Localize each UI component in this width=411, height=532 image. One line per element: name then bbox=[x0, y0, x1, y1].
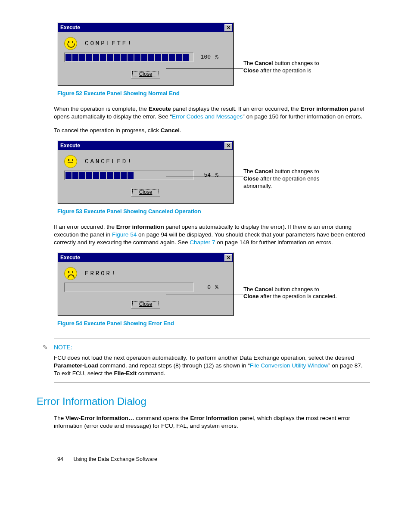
page-number: 94 bbox=[57, 456, 63, 462]
link-error-codes[interactable]: Error Codes and Messages bbox=[172, 113, 243, 120]
neutral-face-icon bbox=[64, 155, 77, 168]
status-text: COMPLETE! bbox=[85, 40, 133, 48]
progress-percent: 54 bbox=[198, 171, 211, 179]
progress-bar bbox=[64, 53, 193, 62]
figure-53: Execute ✕ CANCELED! 54 % Close The Cance… bbox=[57, 140, 370, 204]
note-icon: ✎ bbox=[43, 343, 48, 352]
percent-sign: % bbox=[215, 53, 218, 61]
close-icon[interactable]: ✕ bbox=[224, 24, 232, 31]
percent-sign: % bbox=[215, 171, 218, 179]
execute-dialog-canceled: Execute ✕ CANCELED! 54 % Close bbox=[57, 140, 234, 204]
paragraph: To cancel the operation in progress, cli… bbox=[54, 127, 370, 134]
annotation: The Cancel button changes to Close after… bbox=[243, 286, 337, 301]
close-button[interactable]: Close bbox=[131, 70, 161, 78]
figure-caption: Figure 54 Execute Panel Showing Error En… bbox=[57, 320, 370, 327]
close-button[interactable]: Close bbox=[131, 300, 161, 308]
status-text: ERROR! bbox=[85, 270, 117, 278]
figure-caption: Figure 53 Execute Panel Showing Canceled… bbox=[57, 208, 370, 215]
link-figure-54[interactable]: Figure 54 bbox=[112, 231, 137, 238]
progress-bar bbox=[64, 283, 193, 292]
note-body: FCU does not load the next operation aut… bbox=[54, 354, 370, 378]
sad-face-icon bbox=[64, 267, 77, 280]
progress-percent: 100 bbox=[198, 53, 211, 61]
figure-54: Execute ✕ ERROR! 0 % Close The Cancel bu… bbox=[57, 252, 370, 316]
section-heading: Error Information Dialog bbox=[37, 395, 370, 408]
smiley-icon bbox=[64, 37, 77, 50]
paragraph: When the operation is complete, the Exec… bbox=[54, 105, 370, 121]
titlebar: Execute ✕ bbox=[58, 23, 233, 32]
titlebar: Execute ✕ bbox=[58, 141, 233, 150]
titlebar: Execute ✕ bbox=[58, 253, 233, 262]
page-footer: 94 Using the Data Exchange Software bbox=[57, 456, 370, 463]
note-label: NOTE: bbox=[54, 343, 370, 352]
progress-percent: 0 bbox=[198, 284, 211, 292]
link-chapter-7[interactable]: Chapter 7 bbox=[190, 239, 215, 246]
figure-caption: Figure 52 Execute Panel Showing Normal E… bbox=[57, 90, 370, 97]
dialog-title: Execute bbox=[60, 142, 80, 149]
footer-title: Using the Data Exchange Software bbox=[73, 456, 157, 462]
note-block: ✎ NOTE: FCU does not load the next opera… bbox=[54, 339, 370, 383]
execute-dialog-complete: Execute ✕ COMPLETE! 100 % Close bbox=[57, 22, 234, 86]
dialog-title: Execute bbox=[60, 254, 80, 261]
annotation: The Cancel button changes to Close after… bbox=[243, 60, 319, 75]
status-text: CANCELED! bbox=[85, 158, 133, 166]
annotation: The Cancel button changes to Close after… bbox=[243, 168, 338, 190]
close-icon[interactable]: ✕ bbox=[224, 254, 232, 261]
close-icon[interactable]: ✕ bbox=[224, 142, 232, 149]
execute-dialog-error: Execute ✕ ERROR! 0 % Close bbox=[57, 252, 234, 316]
percent-sign: % bbox=[215, 284, 218, 292]
paragraph: If an error occurred, the Error informat… bbox=[54, 223, 370, 247]
link-fcu-window[interactable]: File Conversion Utility Window bbox=[250, 362, 328, 369]
progress-bar bbox=[64, 171, 193, 180]
close-button[interactable]: Close bbox=[131, 188, 161, 196]
figure-52: Execute ✕ COMPLETE! 100 % Close The Canc… bbox=[57, 22, 370, 86]
paragraph: The View-Error information… command open… bbox=[54, 414, 370, 430]
dialog-title: Execute bbox=[60, 24, 80, 31]
